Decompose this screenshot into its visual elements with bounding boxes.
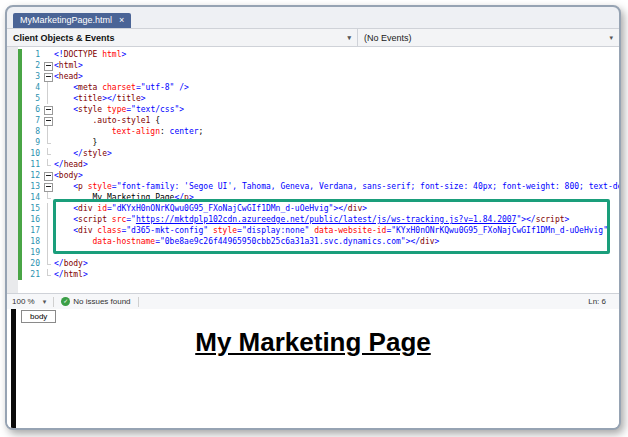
code-line[interactable]: 14 My Marketing Page</p> bbox=[22, 192, 619, 203]
code-line[interactable]: 17 <div class="d365-mkt-config" style="d… bbox=[22, 225, 619, 236]
fold-guide-end bbox=[47, 269, 48, 276]
fold-guide bbox=[47, 247, 48, 258]
divider bbox=[138, 297, 139, 307]
code-text[interactable]: </head> bbox=[54, 159, 619, 170]
objects-dropdown-label: Client Objects & Events bbox=[13, 33, 115, 43]
code-text[interactable]: <head> bbox=[54, 71, 619, 82]
collapse-icon[interactable] bbox=[44, 172, 53, 181]
chevron-down-icon: ▾ bbox=[609, 34, 613, 42]
fold-gutter[interactable] bbox=[43, 181, 54, 192]
line-number: 3 bbox=[22, 71, 43, 82]
fold-gutter[interactable] bbox=[43, 82, 54, 93]
fold-gutter[interactable] bbox=[43, 93, 54, 104]
tag-breadcrumb-body[interactable]: body bbox=[21, 310, 56, 323]
code-line[interactable]: 11</head> bbox=[22, 159, 619, 170]
code-text[interactable]: <!DOCTYPE html> bbox=[54, 49, 619, 60]
code-line[interactable]: 7 .auto-style1 { bbox=[22, 115, 619, 126]
preview-heading: My Marketing Page bbox=[7, 327, 619, 358]
code-line[interactable]: 3<head> bbox=[22, 71, 619, 82]
code-line[interactable]: 4 <meta charset="utf-8" /> bbox=[22, 82, 619, 93]
code-line[interactable]: 12<body> bbox=[22, 170, 619, 181]
code-editor[interactable]: 1<!DOCTYPE html>2<html>3<head>4 <meta ch… bbox=[7, 47, 619, 293]
fold-guide-end bbox=[47, 159, 48, 166]
code-line[interactable]: 20</body> bbox=[22, 258, 619, 269]
fold-guide bbox=[47, 82, 48, 93]
code-line[interactable]: 5 <title></title> bbox=[22, 93, 619, 104]
code-line[interactable]: 15 <div id="dKYxH0nONrKQwu0G95_FXoNajCwG… bbox=[22, 203, 619, 214]
fold-gutter[interactable] bbox=[43, 269, 54, 280]
code-text[interactable]: text-align: center; bbox=[54, 126, 619, 137]
fold-gutter[interactable] bbox=[43, 236, 54, 247]
code-line[interactable]: 19 bbox=[22, 247, 619, 258]
objects-dropdown[interactable]: Client Objects & Events ▾ bbox=[7, 29, 358, 46]
code-line[interactable]: 10 </style> bbox=[22, 148, 619, 159]
line-number: 12 bbox=[22, 170, 43, 181]
breakpoint-margin[interactable] bbox=[7, 47, 18, 293]
fold-gutter[interactable] bbox=[43, 104, 54, 115]
zoom-control[interactable]: 100 % ▾ bbox=[12, 297, 46, 306]
code-text[interactable]: <div class="d365-mkt-config" style="disp… bbox=[54, 225, 619, 236]
fold-gutter[interactable] bbox=[43, 49, 54, 60]
fold-gutter[interactable] bbox=[43, 126, 54, 137]
code-line[interactable]: 2<html> bbox=[22, 60, 619, 71]
fold-gutter[interactable] bbox=[43, 159, 54, 170]
fold-gutter[interactable] bbox=[43, 247, 54, 258]
tab-title: MyMarketingPage.html bbox=[20, 15, 112, 25]
code-text[interactable]: } bbox=[54, 137, 619, 148]
line-number: 15 bbox=[22, 203, 43, 214]
code-line[interactable]: 9 } bbox=[22, 137, 619, 148]
code-text[interactable]: </style> bbox=[54, 148, 619, 159]
app-window: MyMarketingPage.html × Client Objects & … bbox=[5, 5, 621, 430]
tab-mymarketingpage[interactable]: MyMarketingPage.html × bbox=[13, 13, 131, 28]
line-number: 6 bbox=[22, 104, 43, 115]
health-indicator[interactable]: ✓ No issues found bbox=[61, 297, 130, 306]
zoom-level: 100 % bbox=[12, 297, 35, 306]
code-text[interactable]: <div id="dKYxH0nONrKQwu0G95_FXoNajCwGIf1… bbox=[54, 203, 619, 214]
fold-guide bbox=[47, 93, 48, 104]
fold-gutter[interactable] bbox=[43, 115, 54, 126]
code-text[interactable]: My Marketing Page</p> bbox=[54, 192, 619, 203]
code-text[interactable]: .auto-style1 { bbox=[54, 115, 619, 126]
code-text[interactable]: </html> bbox=[54, 269, 619, 280]
code-text[interactable]: <p style="font-family: 'Segoe UI', Tahom… bbox=[54, 181, 619, 192]
code-line[interactable]: 18 data-hostname="0be8ae9c26f44965950cbb… bbox=[22, 236, 619, 247]
design-surface[interactable]: My Marketing Page bbox=[7, 323, 619, 428]
navigation-bar: Client Objects & Events ▾ (No Events) ▾ bbox=[7, 28, 619, 47]
line-number: 10 bbox=[22, 148, 43, 159]
code-line[interactable]: 21</html> bbox=[22, 269, 619, 280]
events-dropdown[interactable]: (No Events) ▾ bbox=[358, 29, 619, 46]
fold-gutter[interactable] bbox=[43, 214, 54, 225]
divider bbox=[53, 297, 54, 307]
code-text[interactable]: <html> bbox=[54, 60, 619, 71]
fold-gutter[interactable] bbox=[43, 258, 54, 269]
code-text[interactable]: <body> bbox=[54, 170, 619, 181]
code-text[interactable] bbox=[54, 247, 619, 258]
code-text[interactable]: <meta charset="utf-8" /> bbox=[54, 82, 619, 93]
code-line[interactable]: 13 <p style="font-family: 'Segoe UI', Ta… bbox=[22, 181, 619, 192]
code-text[interactable]: <title></title> bbox=[54, 93, 619, 104]
line-number: 5 bbox=[22, 93, 43, 104]
code-text[interactable]: data-hostname="0be8ae9c26f44965950cbb25c… bbox=[54, 236, 619, 247]
code-line[interactable]: 1<!DOCTYPE html> bbox=[22, 49, 619, 60]
fold-gutter[interactable] bbox=[43, 60, 54, 71]
fold-gutter[interactable] bbox=[43, 170, 54, 181]
code-text[interactable]: <script src="https://mktdplp102cdn.azure… bbox=[54, 214, 619, 225]
close-icon[interactable]: × bbox=[119, 16, 124, 24]
collapse-icon[interactable] bbox=[44, 62, 53, 71]
fold-guide bbox=[47, 126, 48, 137]
collapse-icon[interactable] bbox=[44, 183, 53, 192]
fold-gutter[interactable] bbox=[43, 225, 54, 236]
code-text[interactable]: </body> bbox=[54, 258, 619, 269]
code-line[interactable]: 16 <script src="https://mktdplp102cdn.az… bbox=[22, 214, 619, 225]
fold-gutter[interactable] bbox=[43, 137, 54, 148]
fold-gutter[interactable] bbox=[43, 203, 54, 214]
code-line[interactable]: 6 <style type="text/css"> bbox=[22, 104, 619, 115]
collapse-icon[interactable] bbox=[44, 117, 53, 126]
fold-gutter[interactable] bbox=[43, 148, 54, 159]
collapse-icon[interactable] bbox=[44, 73, 53, 82]
code-text[interactable]: <style type="text/css"> bbox=[54, 104, 619, 115]
collapse-icon[interactable] bbox=[44, 106, 53, 115]
fold-gutter[interactable] bbox=[43, 71, 54, 82]
code-line[interactable]: 8 text-align: center; bbox=[22, 126, 619, 137]
fold-gutter[interactable] bbox=[43, 192, 54, 203]
